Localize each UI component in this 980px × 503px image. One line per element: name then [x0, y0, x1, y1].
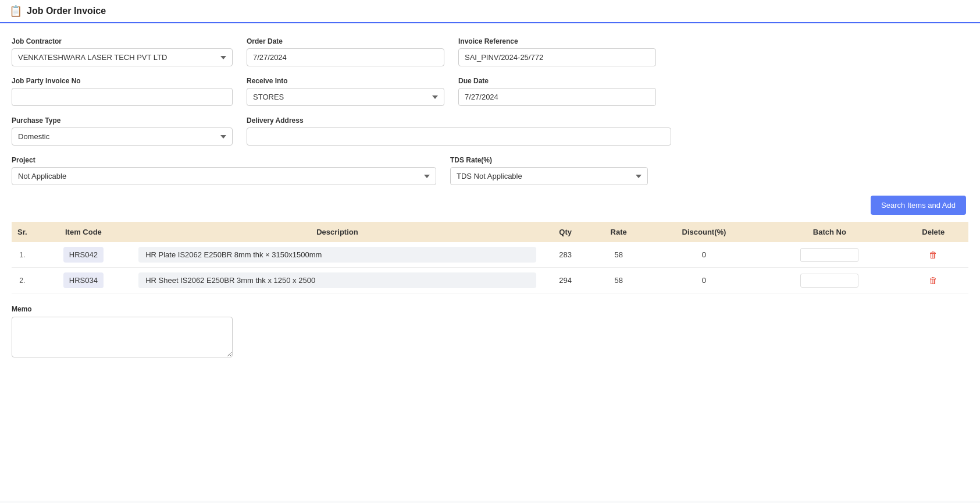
cell-qty: 294 [541, 268, 590, 293]
receive-into-label: Receive Into [247, 77, 444, 85]
order-date-input[interactable] [247, 48, 444, 66]
col-discount: Discount(%) [647, 222, 761, 242]
delete-icon[interactable]: 🗑 [929, 250, 938, 260]
cell-batch-no [761, 242, 898, 268]
form-row-2: Job Party Invoice No Receive Into STORES… [12, 77, 968, 106]
due-date-input[interactable] [458, 88, 656, 106]
cell-sr: 2. [12, 268, 33, 293]
cell-item-code: HRS042 [33, 242, 134, 268]
cell-item-code: HRS034 [33, 268, 134, 293]
page-title: Job Order Invoice [27, 6, 106, 16]
delete-icon[interactable]: 🗑 [929, 275, 938, 285]
job-contractor-label: Job Contractor [12, 37, 233, 45]
cell-delete: 🗑 [899, 268, 968, 293]
receive-into-select[interactable]: STORES [247, 88, 444, 106]
purchase-type-select[interactable]: DomesticImport [12, 127, 233, 146]
invoice-reference-input[interactable] [458, 48, 656, 66]
form-row-4: Project Not Applicable TDS Rate(%) TDS N… [12, 156, 968, 185]
col-batch-no: Batch No [761, 222, 898, 242]
tds-rate-label: TDS Rate(%) [450, 156, 648, 164]
job-party-invoice-group: Job Party Invoice No [12, 77, 233, 106]
cell-rate: 58 [590, 268, 647, 293]
cell-batch-no [761, 268, 898, 293]
purchase-type-label: Purchase Type [12, 116, 233, 125]
project-group: Project Not Applicable [12, 156, 436, 185]
job-party-invoice-input[interactable] [12, 88, 233, 106]
search-items-button[interactable]: Search Items and Add [871, 196, 966, 215]
order-date-label: Order Date [247, 37, 444, 45]
delivery-address-input[interactable] [247, 127, 671, 146]
project-select[interactable]: Not Applicable [12, 167, 436, 185]
purchase-type-group: Purchase Type DomesticImport [12, 116, 233, 146]
cell-discount: 0 [647, 268, 761, 293]
tds-rate-group: TDS Rate(%) TDS Not Applicable [450, 156, 648, 185]
invoice-reference-group: Invoice Reference [458, 37, 656, 66]
cell-description: HR Plate IS2062 E250BR 8mm thk × 3150x15… [134, 242, 540, 268]
project-label: Project [12, 156, 436, 164]
col-qty: Qty [541, 222, 590, 242]
table-row: 2. HRS034 HR Sheet IS2062 E250BR 3mm thk… [12, 268, 968, 293]
col-rate: Rate [590, 222, 647, 242]
main-content: Job Contractor VENKATESHWARA LASER TECH … [0, 23, 980, 501]
table-body: 1. HRS042 HR Plate IS2062 E250BR 8mm thk… [12, 242, 968, 293]
batch-input[interactable] [800, 248, 858, 262]
form-row-3: Purchase Type DomesticImport Delivery Ad… [12, 116, 968, 146]
cell-discount: 0 [647, 242, 761, 268]
delivery-address-label: Delivery Address [247, 116, 671, 125]
tds-rate-select[interactable]: TDS Not Applicable [450, 167, 648, 185]
cell-description: HR Sheet IS2062 E250BR 3mm thk x 1250 x … [134, 268, 540, 293]
col-delete: Delete [899, 222, 968, 242]
memo-textarea[interactable] [12, 317, 233, 357]
job-party-invoice-label: Job Party Invoice No [12, 77, 233, 85]
form-row-1: Job Contractor VENKATESHWARA LASER TECH … [12, 37, 968, 66]
table-row: 1. HRS042 HR Plate IS2062 E250BR 8mm thk… [12, 242, 968, 268]
items-table: Sr. Item Code Description Qty Rate Disco… [12, 222, 968, 293]
col-sr: Sr. [12, 222, 33, 242]
table-header: Sr. Item Code Description Qty Rate Disco… [12, 222, 968, 242]
cell-sr: 1. [12, 242, 33, 268]
col-description: Description [134, 222, 540, 242]
order-date-group: Order Date [247, 37, 444, 66]
search-btn-row: Search Items and Add [12, 196, 968, 215]
col-item-code: Item Code [33, 222, 134, 242]
job-contractor-select[interactable]: VENKATESHWARA LASER TECH PVT LTD [12, 48, 233, 66]
top-bar: 📋 Job Order Invoice [0, 0, 980, 23]
due-date-group: Due Date [458, 77, 656, 106]
cell-rate: 58 [590, 242, 647, 268]
delivery-address-group: Delivery Address [247, 116, 671, 146]
memo-label: Memo [12, 305, 968, 313]
memo-section: Memo [12, 305, 968, 359]
due-date-label: Due Date [458, 77, 656, 85]
cell-qty: 283 [541, 242, 590, 268]
cell-delete: 🗑 [899, 242, 968, 268]
page-icon: 📋 [9, 5, 22, 17]
invoice-reference-label: Invoice Reference [458, 37, 656, 45]
job-contractor-group: Job Contractor VENKATESHWARA LASER TECH … [12, 37, 233, 66]
batch-input[interactable] [800, 274, 858, 288]
receive-into-group: Receive Into STORES [247, 77, 444, 106]
